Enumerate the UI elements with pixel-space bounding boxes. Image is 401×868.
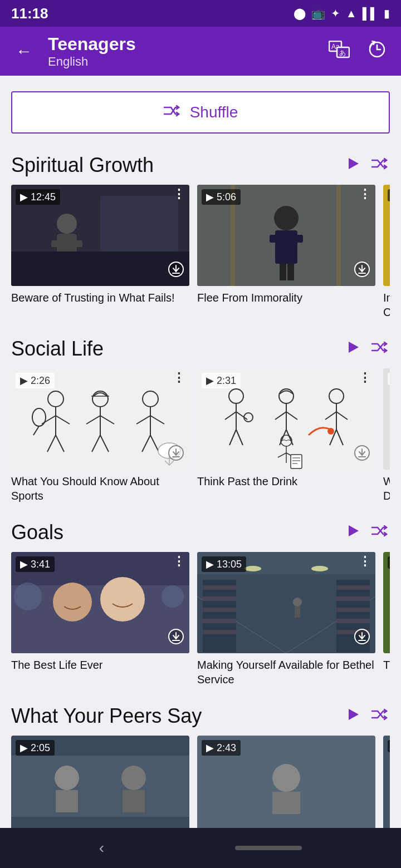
page-title: Teenagers xyxy=(48,34,314,55)
menu-bestlife[interactable]: ⋮ xyxy=(173,555,185,568)
svg-rect-22 xyxy=(270,235,280,243)
video-card-peers-1[interactable]: ▶2:05 xyxy=(11,736,189,837)
svg-point-118 xyxy=(311,566,328,571)
section-actions-spiritual xyxy=(345,156,390,175)
translate-icon[interactable]: Aa あ xyxy=(325,37,353,66)
svg-point-93 xyxy=(100,577,145,622)
section-header-peers: What Your Peers Say xyxy=(11,704,390,728)
duration-partial-goals: ▶5: xyxy=(388,556,390,569)
section-peers: What Your Peers Say xyxy=(11,704,390,837)
svg-rect-11 xyxy=(11,251,189,286)
svg-rect-81 xyxy=(291,455,302,468)
shuffle-section-spiritual[interactable] xyxy=(371,157,390,174)
shuffle-icon xyxy=(163,103,182,121)
shuffle-section-peers[interactable] xyxy=(371,708,390,725)
section-header-spiritual: Spiritual Growth xyxy=(11,154,390,177)
video-card-bestlife[interactable]: ▶3:41 ⋮ The Best Life Ever xyxy=(11,552,189,687)
svg-rect-24 xyxy=(280,264,286,280)
title-bestlife: The Best Life Ever xyxy=(11,658,189,672)
signal-icon: ▌▌ xyxy=(363,7,378,20)
svg-point-126 xyxy=(121,766,146,790)
battery-icon: ▮ xyxy=(384,7,390,20)
section-social-life: Social Life xyxy=(11,337,390,503)
svg-rect-127 xyxy=(123,790,145,812)
menu-sports[interactable]: ⋮ xyxy=(173,372,185,384)
svg-point-94 xyxy=(14,583,42,610)
download-drink[interactable] xyxy=(354,445,370,464)
notification-icon: ⬤ xyxy=(294,7,306,20)
video-row-spiritual: ▶12:45 ⋮ Beware of Trusting in What Fail… xyxy=(11,185,390,319)
video-card-flee[interactable]: ▶5:06 ⋮ Flee From Immorality xyxy=(197,185,375,319)
status-bar: 11:18 ⬤ 📺 ✦ ▲ ▌▌ ▮ xyxy=(0,0,401,27)
title-bethel: Making Yourself Available for Bethel Ser… xyxy=(197,658,375,687)
duration-peers-2: ▶2:43 xyxy=(202,740,241,756)
menu-flee[interactable]: ⋮ xyxy=(359,188,371,200)
svg-rect-19 xyxy=(336,185,341,286)
play-section-spiritual[interactable] xyxy=(345,156,361,175)
svg-rect-113 xyxy=(336,619,370,623)
video-card-peers-2[interactable]: ▶2:43 xyxy=(197,736,375,837)
svg-rect-104 xyxy=(203,585,236,590)
shuffle-label: Shuffle xyxy=(190,103,238,121)
video-card-sports[interactable]: ▶2:26 ⋮ What You Should Know About Sport… xyxy=(11,368,189,503)
video-card-beware[interactable]: ▶12:45 ⋮ Beware of Trusting in What Fail… xyxy=(11,185,189,319)
duration-partial-spiritual: ▶8: xyxy=(388,189,390,201)
video-card-drink[interactable]: ▶2:31 ⋮ Think Past the Drink xyxy=(197,368,375,503)
duration-bethel: ▶13:05 xyxy=(202,556,246,572)
svg-rect-125 xyxy=(56,790,78,812)
back-button[interactable]: ← xyxy=(11,37,37,65)
section-header-social: Social Life xyxy=(11,337,390,361)
section-title-social: Social Life xyxy=(11,337,104,361)
thumb-flee: ▶5:06 ⋮ xyxy=(197,185,375,286)
video-card-partial-goals[interactable]: ▶5: This Is... xyxy=(383,552,390,687)
title-drink: Think Past the Drink xyxy=(197,474,375,489)
video-card-partial-spiritual[interactable]: ▶8: Imitate Coura... xyxy=(383,185,390,319)
menu-drink[interactable]: ⋮ xyxy=(359,372,371,384)
svg-marker-122 xyxy=(349,709,359,720)
video-card-bethel[interactable]: ▶13:05 ⋮ Making Yourself Available for B… xyxy=(197,552,375,687)
svg-rect-9 xyxy=(51,240,62,247)
video-card-peers-3[interactable]: ▶3: xyxy=(383,736,390,837)
cast-icon: 📺 xyxy=(311,7,325,20)
download-bethel[interactable] xyxy=(354,629,370,648)
download-bestlife[interactable] xyxy=(168,629,184,648)
svg-point-115 xyxy=(293,598,302,606)
title-partial-spiritual: Imitate Coura... xyxy=(383,290,390,319)
section-header-goals: Goals xyxy=(11,521,390,544)
play-section-peers[interactable] xyxy=(345,707,361,726)
svg-point-7 xyxy=(57,214,77,234)
history-icon[interactable] xyxy=(364,37,390,66)
section-actions-goals xyxy=(345,523,390,542)
duration-bestlife: ▶3:41 xyxy=(16,556,55,572)
thumb-partial-social: ▶2: xyxy=(383,368,390,470)
video-card-partial-social[interactable]: ▶2: Who's Device xyxy=(383,368,390,503)
thumb-peers-3: ▶3: xyxy=(383,736,390,837)
svg-marker-5 xyxy=(349,158,359,169)
play-section-social[interactable] xyxy=(345,339,361,359)
svg-text:あ: あ xyxy=(339,49,346,57)
video-row-social: ▶2:26 ⋮ What You Should Know About Sport… xyxy=(11,368,390,503)
download-sports[interactable] xyxy=(168,445,184,464)
section-title-spiritual: Spiritual Growth xyxy=(11,154,154,177)
title-partial-social: Who's Device xyxy=(383,474,390,503)
svg-rect-103 xyxy=(203,580,236,652)
shuffle-button[interactable]: Shuffle xyxy=(11,91,390,134)
shuffle-section-social[interactable] xyxy=(371,341,390,358)
svg-point-92 xyxy=(53,583,92,622)
duration-drink: ▶2:31 xyxy=(202,373,241,388)
menu-bethel[interactable]: ⋮ xyxy=(359,555,371,568)
play-section-goals[interactable] xyxy=(345,523,361,542)
menu-beware[interactable]: ⋮ xyxy=(173,188,185,200)
download-beware[interactable] xyxy=(168,262,184,280)
thumb-sports: ▶2:26 ⋮ xyxy=(11,368,189,470)
video-row-goals: ▶3:41 ⋮ The Best Life Ever xyxy=(11,552,390,687)
nav-home-pill[interactable] xyxy=(235,846,302,850)
svg-point-95 xyxy=(162,585,184,608)
thumb-partial-goals: ▶5: xyxy=(383,552,390,653)
shuffle-section-goals[interactable] xyxy=(371,524,390,541)
video-row-peers: ▶2:05 ▶2:43 xyxy=(11,736,390,837)
download-flee[interactable] xyxy=(354,262,370,280)
wifi-icon: ▲ xyxy=(346,7,357,20)
nav-back-button[interactable]: ‹ xyxy=(99,839,104,857)
status-icons: ⬤ 📺 ✦ ▲ ▌▌ ▮ xyxy=(294,7,390,20)
